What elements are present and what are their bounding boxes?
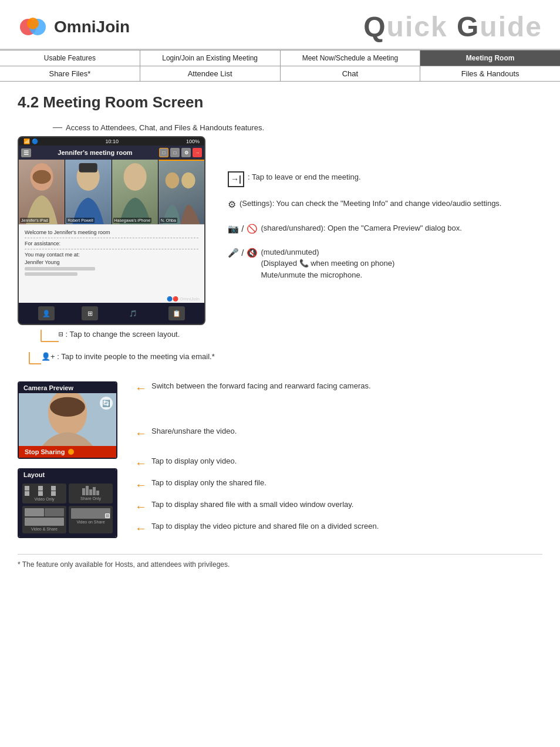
phone-mockup: 📶 🔵 10:10 100% ☰ Jennifer's meeting room… xyxy=(18,136,205,325)
header: OmniJoin Quick Guide xyxy=(0,0,560,50)
annotation-camera-text: (shared/unshared): Open the "Camera Prev… xyxy=(261,222,462,234)
camera-switch-annotation: ← Switch between the forward facing and … xyxy=(135,381,542,395)
sub-tab-files-handouts[interactable]: Files & Handouts xyxy=(420,66,560,81)
layout-note-2: Tap to display shared file with a small … xyxy=(151,500,353,509)
stop-sharing-dot xyxy=(68,449,74,455)
annotation-mute: 🎤 / 🔇 (muted/unmuted) (Displayed 📞 when … xyxy=(228,246,542,281)
video-cell-3: Hasegawa's iPhone xyxy=(112,160,158,224)
quick-guide-title: Quick Guide xyxy=(363,11,542,43)
layout-grid: Video Only Share Only xyxy=(19,480,116,537)
camera-icon: 📷 / 🚫 xyxy=(228,222,258,236)
svg-point-7 xyxy=(123,163,146,191)
annotation-camera: 📷 / 🚫 (shared/unshared): Open the "Camer… xyxy=(228,222,542,236)
video-label-2: Robert Powell xyxy=(66,218,95,223)
phone-time: 10:10 xyxy=(105,138,119,144)
phone-title-bar: ☰ Jennifer's meeting room □ □ ⚙ → xyxy=(19,146,204,160)
layout-annotation: ⊟ : Tap to change the screen layout. xyxy=(23,330,217,347)
icon-box1: □ xyxy=(159,148,168,157)
invite-annotation-text: 👤+ : Tap to invite people to the meeting… xyxy=(41,352,215,361)
sub-tab-chat[interactable]: Chat xyxy=(281,66,421,81)
nav-tabs: Usable Features Login/Join an Existing M… xyxy=(0,50,560,66)
layout-video-only[interactable]: Video Only xyxy=(22,484,66,503)
lower-section: Camera Preview 🔄 Stop Sharing xyxy=(18,381,542,543)
camera-switch-btn[interactable]: 🔄 xyxy=(100,397,113,410)
stop-sharing-annotation: ← Share/unshare the video. xyxy=(135,427,542,440)
logo-area: OmniJoin xyxy=(18,12,130,42)
toolbar-btn-share[interactable]: 📋 xyxy=(168,306,185,320)
right-annotations: →| : Tap to leave or end the meeting. ⚙ … xyxy=(228,136,542,370)
invite-annotation: 👤+ : Tap to invite people to the meeting… xyxy=(23,352,217,370)
toolbar-btn-mic[interactable]: 🎵 xyxy=(125,306,141,320)
layout-annotation-text: ⊟ : Tap to change the screen layout. xyxy=(59,330,180,339)
page-content: 4.2 Meeting Room Screen — Access to Atte… xyxy=(0,82,560,580)
layout-video-only-label: Video Only xyxy=(25,497,64,501)
title-bar-icons: □ □ ⚙ → xyxy=(159,148,202,157)
phone-title: Jennifer's meeting room xyxy=(58,149,132,156)
omnijoin-logo-icon xyxy=(18,12,48,42)
layout-video-on-share-annotation: ← Tap to display the video picture and s… xyxy=(135,522,542,535)
svg-point-9 xyxy=(181,173,195,188)
video-cell-1: Jennifer's iPad xyxy=(19,160,65,224)
left-area: 📶 🔵 10:10 100% ☰ Jennifer's meeting room… xyxy=(18,136,217,370)
footnote: * The feature only available for Hosts, … xyxy=(18,554,542,569)
nav-tab-meet[interactable]: Meet Now/Schedule a Meeting xyxy=(281,50,421,66)
annotation-settings-text: (Settings): You can check the "Meeting I… xyxy=(239,198,501,209)
toolbar-btn-invite[interactable]: 👤 xyxy=(38,306,55,320)
menu-icon[interactable]: ☰ xyxy=(21,148,31,157)
sub-tab-attendee[interactable]: Attendee List xyxy=(140,66,281,81)
chat-line-2: For assistance: xyxy=(25,241,198,246)
phone-battery: 100% xyxy=(186,138,200,144)
chat-line-3: You may contact me at: xyxy=(25,252,198,258)
icon-box2: □ xyxy=(170,148,180,157)
phone-chat-area: Welcome to Jennifer's meeting room For a… xyxy=(19,224,204,295)
toolbar-annotations: ⊟ : Tap to change the screen layout. 👤+ … xyxy=(23,330,217,370)
leave-icon: →| xyxy=(228,171,244,187)
nav-tab-login[interactable]: Login/Join an Existing Meeting xyxy=(140,50,281,66)
video-label-1: Jennifer's iPad xyxy=(20,218,49,223)
phone-status-bar: 📶 🔵 10:10 100% xyxy=(19,137,204,146)
chat-line-1: Welcome to Jennifer's meeting room xyxy=(25,229,198,235)
layout-share-only-label: Share Only xyxy=(71,496,110,501)
layout-video-only-annotation: ← Tap to display only video. xyxy=(135,457,542,470)
svg-point-16 xyxy=(50,397,85,417)
stop-sharing-label: Stop Sharing xyxy=(25,448,65,455)
layout-video-on-share-label: Video on Share xyxy=(71,520,110,524)
video-cell-2: Robert Powell xyxy=(65,160,111,224)
annotation-leave-text: : Tap to leave or end the meeting. xyxy=(248,171,361,183)
diagram-area: 📶 🔵 10:10 100% ☰ Jennifer's meeting room… xyxy=(18,136,542,370)
layout-title: Layout xyxy=(19,469,116,480)
layout-arrow-line xyxy=(23,330,59,347)
chat-line-4: Jennifer Young xyxy=(25,259,198,265)
video-label-3: Hasegawa's iPhone xyxy=(113,218,152,223)
sub-tab-share-files[interactable]: Share Files* xyxy=(0,66,140,81)
access-note-row: — Access to Attendees, Chat, and Files &… xyxy=(53,122,542,133)
svg-point-8 xyxy=(165,173,178,188)
layout-share-only[interactable]: Share Only xyxy=(69,484,113,503)
nav-tab-meeting-room[interactable]: Meeting Room xyxy=(420,50,560,66)
layout-video-on-share[interactable]: Video on Share xyxy=(69,506,113,533)
layout-note-1: Tap to display only the shared file. xyxy=(151,478,266,487)
toolbar-btn-layout[interactable]: ⊞ xyxy=(82,306,98,320)
annotation-settings: ⚙ (Settings): You can check the "Meeting… xyxy=(228,198,542,212)
camera-switch-text: Switch between the forward facing and re… xyxy=(151,381,371,390)
video-label-4: N. Ohba xyxy=(160,218,177,223)
layout-video-share-annotation: ← Tap to display shared file with a smal… xyxy=(135,500,542,513)
camera-preview-title: Camera Preview xyxy=(19,383,116,393)
stop-sharing-btn[interactable]: Stop Sharing xyxy=(19,446,116,458)
invite-arrow-line xyxy=(23,352,41,370)
svg-rect-6 xyxy=(79,163,97,173)
logo-text: OmniJoin xyxy=(54,18,130,36)
video-cell-4: N. Ohba xyxy=(158,160,204,224)
svg-point-2 xyxy=(27,18,39,29)
access-note-text: Access to Attendees, Chat, and Files & H… xyxy=(66,123,264,132)
svg-point-4 xyxy=(32,170,50,184)
layout-share-only-annotation: ← Tap to display only the shared file. xyxy=(135,478,542,492)
video-grid: Jennifer's iPad Robert Powell xyxy=(19,160,204,224)
layout-video-share[interactable]: Video & Share xyxy=(22,506,66,533)
layout-box: Layout Video Only xyxy=(18,468,117,538)
icon-gear: ⚙ xyxy=(181,148,191,157)
nav-tab-usable[interactable]: Usable Features xyxy=(0,50,140,66)
lower-right-annotations: ← Switch between the forward facing and … xyxy=(135,381,542,543)
camera-preview-img: 🔄 xyxy=(19,393,116,446)
icon-exit: → xyxy=(193,148,202,157)
